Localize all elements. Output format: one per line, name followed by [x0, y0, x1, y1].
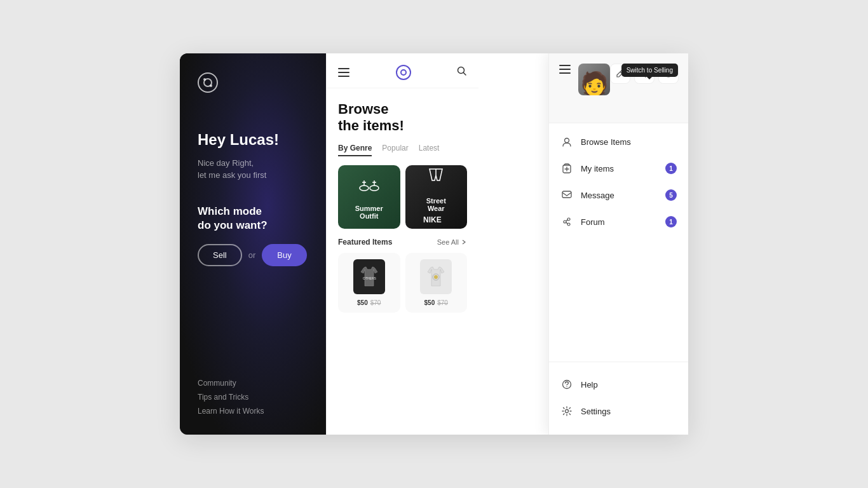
link-learn[interactable]: Learn How it Works	[198, 407, 308, 416]
or-text: or	[248, 250, 256, 260]
svg-point-21	[567, 223, 570, 226]
tab-popular[interactable]: Popular	[382, 144, 408, 156]
menu-items: Browse Items My items 1	[549, 123, 688, 358]
menu-item-browse-items[interactable]: Browse Items	[549, 128, 688, 155]
nav-logo-icon	[396, 65, 411, 80]
price-original-1: $70	[370, 299, 381, 306]
switch-tooltip: Switch to Selling	[621, 64, 678, 77]
left-panel-content: Hey Lucas! Nice day Right, let me ask yo…	[198, 72, 308, 416]
menu-item-message[interactable]: Message 5	[549, 182, 688, 208]
avatar: 🧑	[578, 64, 610, 95]
search-icon[interactable]	[457, 66, 467, 79]
tab-by-genre[interactable]: By Genre	[338, 144, 372, 156]
message-label: Message	[581, 191, 658, 200]
svg-point-25	[566, 386, 567, 386]
svg-line-23	[566, 222, 567, 224]
street-icon	[426, 166, 446, 193]
svg-point-3	[370, 186, 379, 191]
menu-item-forum[interactable]: Forum 1	[549, 208, 688, 235]
mode-buttons: Sell or Buy	[198, 244, 308, 266]
menu-item-settings[interactable]: Settings	[549, 398, 688, 424]
card-summer-outfit[interactable]: Summer Outfit	[338, 165, 400, 229]
side-menu-hamburger[interactable]	[559, 65, 571, 74]
settings-label: Settings	[581, 407, 677, 416]
my-items-label: My items	[581, 164, 658, 173]
featured-header: Featured Items See All	[327, 238, 478, 253]
card-street-wear[interactable]: Street Wear NIKE	[405, 165, 468, 229]
browse-items-label: Browse Items	[581, 137, 677, 147]
logo-icon	[198, 72, 218, 93]
category-cards: Summer Outfit	[327, 165, 478, 238]
settings-icon	[560, 405, 573, 417]
mobile-nav	[327, 53, 478, 88]
svg-rect-18	[562, 191, 571, 198]
product-card-2[interactable]: $50 $70	[405, 253, 468, 313]
svg-text:OTHERS: OTHERS	[363, 276, 377, 280]
price-row-2: $50 $70	[424, 299, 448, 306]
link-community[interactable]: Community	[198, 379, 308, 388]
svg-point-19	[564, 220, 566, 223]
my-items-badge: 1	[665, 163, 677, 174]
mode-label: Which mode do you want?	[198, 205, 308, 233]
side-menu: 🧑	[548, 53, 688, 435]
price-current-1: $50	[357, 299, 368, 306]
tab-latest[interactable]: Latest	[419, 144, 440, 156]
see-all-button[interactable]: See All	[437, 238, 467, 246]
product-cards: OTHERS $50 $70	[327, 253, 478, 313]
profile-section: 🧑	[578, 64, 610, 95]
price-current-2: $50	[424, 299, 435, 306]
buy-button[interactable]: Buy	[262, 244, 306, 266]
right-section: Browse the items! By Genre Popular Lates…	[326, 53, 688, 435]
menu-item-my-items[interactable]: My items 1	[549, 155, 688, 182]
help-icon	[560, 378, 573, 391]
forum-label: Forum	[581, 217, 658, 227]
logo-icon-inner	[203, 78, 212, 87]
bottom-links: Community Tips and Tricks Learn How it W…	[198, 379, 308, 416]
svg-point-2	[360, 186, 369, 191]
product-image-1: OTHERS	[353, 259, 385, 294]
forum-icon	[560, 215, 573, 228]
svg-text:NIKE: NIKE	[423, 215, 442, 224]
street-label: Street Wear	[426, 197, 446, 212]
greeting: Hey Lucas!	[198, 131, 308, 149]
summer-icon	[358, 174, 381, 201]
mobile-panel: Browse the items! By Genre Popular Lates…	[326, 53, 478, 435]
svg-point-20	[567, 218, 570, 220]
menu-item-help[interactable]: Help	[549, 371, 688, 398]
browse-header: Browse the items!	[327, 88, 478, 144]
svg-point-14	[565, 139, 569, 143]
main-container: Hey Lucas! Nice day Right, let me ask yo…	[180, 53, 688, 435]
hamburger-icon[interactable]	[338, 68, 349, 77]
svg-line-22	[566, 220, 567, 221]
message-icon	[560, 189, 573, 201]
featured-title: Featured Items	[338, 238, 392, 247]
product-image-2	[420, 259, 452, 294]
svg-point-26	[566, 410, 569, 413]
summer-label: Summer Outfit	[355, 205, 383, 220]
forum-badge: 1	[665, 216, 677, 227]
left-panel: Hey Lucas! Nice day Right, let me ask yo…	[180, 53, 326, 435]
genre-tabs: By Genre Popular Latest	[327, 144, 478, 165]
side-menu-top: 🧑	[549, 53, 688, 123]
svg-point-12	[434, 275, 438, 279]
svg-line-1	[464, 73, 466, 76]
help-label: Help	[581, 380, 677, 390]
product-card-1[interactable]: OTHERS $50 $70	[338, 253, 400, 313]
browse-items-icon	[560, 135, 573, 148]
my-items-icon	[560, 162, 573, 175]
menu-bottom: Help Settings	[549, 366, 688, 435]
menu-divider	[549, 362, 688, 362]
sell-button[interactable]: Sell	[198, 244, 242, 266]
price-original-2: $70	[437, 299, 448, 306]
browse-title: Browse the items!	[338, 101, 467, 135]
subtitle: Nice day Right, let me ask you first	[198, 157, 308, 182]
link-tips[interactable]: Tips and Tricks	[198, 393, 308, 402]
message-badge: 5	[665, 189, 677, 201]
price-row-1: $50 $70	[357, 299, 381, 306]
